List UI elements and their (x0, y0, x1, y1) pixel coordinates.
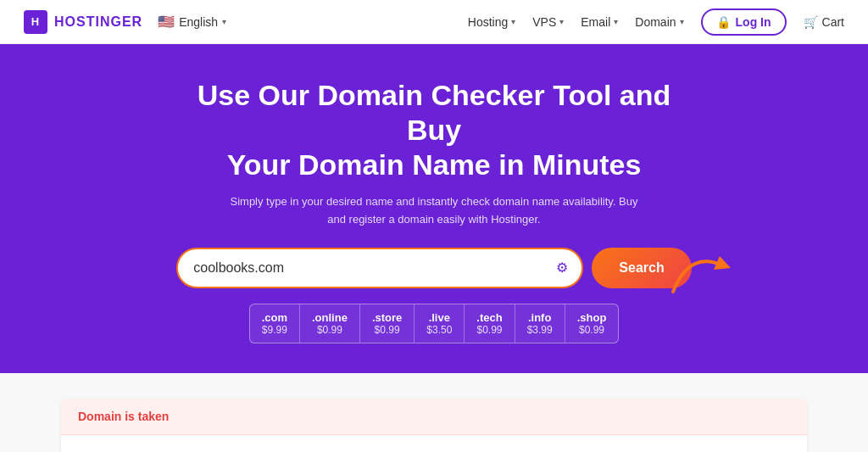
flag-icon: 🇺🇸 (158, 14, 175, 30)
login-button[interactable]: 🔒 Log In (701, 8, 787, 36)
domain-taken-label: Domain is taken (78, 410, 169, 423)
ext-com[interactable]: .com $9.99 (250, 304, 300, 343)
ext-info[interactable]: .info $3.99 (515, 304, 565, 343)
chevron-down-icon: ▾ (511, 17, 515, 26)
arrow-svg (665, 241, 732, 300)
hero-subtitle: Simply type in your desired name and ins… (222, 193, 646, 229)
ext-live[interactable]: .live $3.50 (415, 304, 465, 343)
extensions-box: .com $9.99 .online $0.99 .store $0.99 .l… (249, 304, 620, 343)
navbar-right: Hosting ▾ VPS ▾ Email ▾ Domain ▾ 🔒 Log I… (468, 8, 844, 36)
nav-hosting[interactable]: Hosting ▾ (468, 15, 515, 29)
language-label: English (179, 15, 218, 29)
logo[interactable]: H HOSTINGER (24, 10, 142, 34)
result-row: coolbooks.com Sorry, this domain is alre… (61, 435, 807, 452)
chevron-down-icon: ▾ (222, 17, 226, 26)
nav-email[interactable]: Email ▾ (581, 15, 618, 29)
chevron-down-icon: ▾ (614, 17, 618, 26)
chevron-down-icon: ▾ (559, 17, 564, 26)
ext-online[interactable]: .online $0.99 (300, 304, 360, 343)
result-header: Domain is taken (61, 399, 807, 435)
logo-text: HOSTINGER (54, 14, 142, 30)
search-container: ⚙ Search (17, 248, 851, 288)
language-selector[interactable]: 🇺🇸 English ▾ (158, 14, 226, 30)
arrow-indicator (665, 241, 732, 304)
lock-icon: 🔒 (716, 15, 731, 29)
ext-shop[interactable]: .shop $0.99 (565, 304, 619, 343)
ext-tech[interactable]: .tech $0.99 (465, 304, 515, 343)
chevron-down-icon: ▾ (680, 17, 684, 26)
cart-button[interactable]: 🛒 Cart (804, 15, 844, 29)
navbar: H HOSTINGER 🇺🇸 English ▾ Hosting ▾ VPS ▾… (0, 0, 868, 44)
search-wrapper: ⚙ (176, 248, 583, 288)
hero-section: Use Our Domain Checker Tool and Buy Your… (0, 44, 868, 373)
nav-vps[interactable]: VPS ▾ (532, 15, 564, 29)
cart-icon: 🛒 (804, 15, 818, 29)
hero-title: Use Our Domain Checker Tool and Buy Your… (171, 78, 697, 181)
result-card: Domain is taken coolbooks.com Sorry, thi… (61, 399, 807, 452)
navbar-left: H HOSTINGER 🇺🇸 English ▾ (24, 10, 226, 34)
results-section: Domain is taken coolbooks.com Sorry, thi… (0, 373, 868, 452)
ext-store[interactable]: .store $0.99 (360, 304, 415, 343)
filter-icon[interactable]: ⚙ (553, 256, 571, 279)
logo-icon: H (24, 10, 47, 34)
domain-search-input[interactable] (193, 260, 553, 276)
nav-domain[interactable]: Domain ▾ (635, 15, 683, 29)
